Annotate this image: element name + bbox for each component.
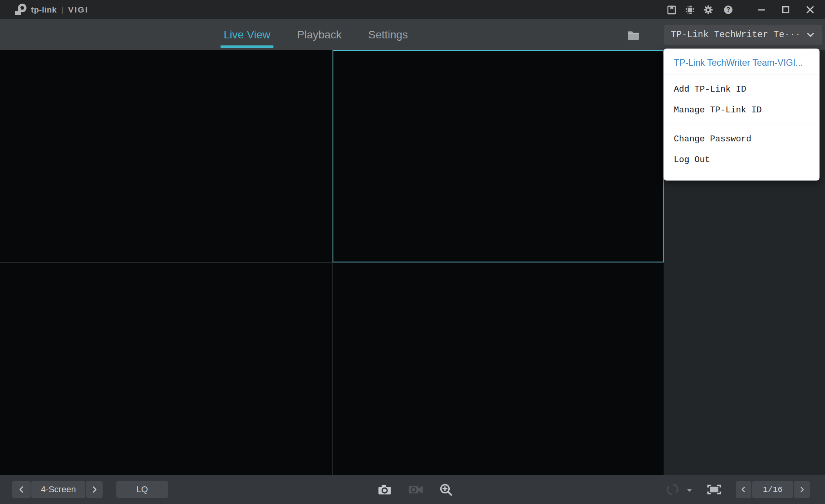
live-view-grid xyxy=(0,50,664,475)
tab-settings[interactable]: Settings xyxy=(366,19,410,50)
tab-playback[interactable]: Playback xyxy=(295,19,344,50)
client-disk-icon[interactable] xyxy=(665,4,678,16)
page-next-button[interactable] xyxy=(794,481,810,498)
titlebar: tp-link | VIGI xyxy=(0,0,825,19)
menu-group-id: Add TP-Link ID Manage TP-Link ID xyxy=(664,74,820,123)
svg-text:?: ? xyxy=(726,6,730,13)
bottom-toolbar: 4-Screen LQ xyxy=(0,475,825,504)
tab-settings-label: Settings xyxy=(368,29,408,41)
page-previous-button[interactable] xyxy=(736,481,751,498)
previous-layout-button[interactable] xyxy=(12,481,31,498)
page-indicator: 1/16 xyxy=(752,481,793,498)
tab-live-view[interactable]: Live View xyxy=(221,19,273,50)
menu-item-current-account[interactable]: TP-Link TechWriter Team-VIGI... xyxy=(664,49,820,74)
video-panel-bottom-right[interactable] xyxy=(333,263,664,475)
brand-divider: | xyxy=(60,5,65,14)
fullscreen-icon[interactable] xyxy=(706,482,723,497)
menu-group-session: Change Password Log Out xyxy=(664,123,820,181)
tab-live-view-label: Live View xyxy=(224,29,270,41)
maximize-icon[interactable] xyxy=(780,4,792,16)
tab-playback-label: Playback xyxy=(297,29,342,41)
current-account-name: TP-Link TechWriter Team-VIGI... xyxy=(674,58,803,68)
snapshot-camera-icon[interactable] xyxy=(377,482,393,497)
main-tabs: Live View Playback Settings xyxy=(221,19,410,50)
tplink-logo-icon xyxy=(14,3,27,16)
chevron-left-icon xyxy=(17,485,26,494)
active-tab-indicator xyxy=(221,45,273,48)
chevron-left-icon xyxy=(740,486,747,493)
app-logo: tp-link | VIGI xyxy=(14,0,89,19)
screen-layout-label: 4-Screen xyxy=(41,484,76,495)
next-layout-button[interactable] xyxy=(86,481,103,498)
page-indicator-value: 1/16 xyxy=(763,485,782,494)
brand-name: tp-link xyxy=(31,5,57,14)
screen-layout-selector[interactable]: 4-Screen xyxy=(31,481,85,498)
tab-bar: Live View Playback Settings TP-Link Tech… xyxy=(0,19,825,50)
video-panel-bottom-left[interactable] xyxy=(0,263,332,475)
digital-zoom-icon[interactable] xyxy=(438,482,454,497)
stream-quality-label: LQ xyxy=(136,484,148,495)
product-name: VIGI xyxy=(68,5,89,14)
refresh-icon[interactable] xyxy=(665,482,680,497)
settings-gear-icon[interactable] xyxy=(702,4,715,16)
help-icon[interactable]: ? xyxy=(722,4,735,16)
record-camera-icon[interactable] xyxy=(407,483,424,496)
device-chip-icon[interactable] xyxy=(684,4,696,16)
folder-icon[interactable] xyxy=(625,29,642,41)
menu-item-manage-tplink-id[interactable]: Manage TP-Link ID xyxy=(664,100,820,121)
video-panel-top-right[interactable] xyxy=(333,50,664,262)
account-dropdown-button[interactable]: TP-Link TechWriter Te··· xyxy=(664,25,822,45)
minimize-icon[interactable] xyxy=(755,4,768,16)
stream-quality-button[interactable]: LQ xyxy=(116,481,168,498)
account-dropdown-menu: TP-Link TechWriter Team-VIGI... Add TP-L… xyxy=(664,49,820,181)
account-dropdown-label: TP-Link TechWriter Te··· xyxy=(671,30,800,40)
chevron-right-icon xyxy=(798,486,806,493)
caret-down-icon[interactable] xyxy=(686,487,693,493)
menu-item-change-password[interactable]: Change Password xyxy=(664,129,820,150)
menu-item-add-tplink-id[interactable]: Add TP-Link ID xyxy=(664,79,820,100)
video-panel-top-left[interactable] xyxy=(0,50,332,262)
chevron-down-icon xyxy=(805,30,816,40)
chevron-right-icon xyxy=(90,485,99,494)
close-icon[interactable] xyxy=(804,4,816,16)
menu-item-log-out[interactable]: Log Out xyxy=(664,150,820,170)
